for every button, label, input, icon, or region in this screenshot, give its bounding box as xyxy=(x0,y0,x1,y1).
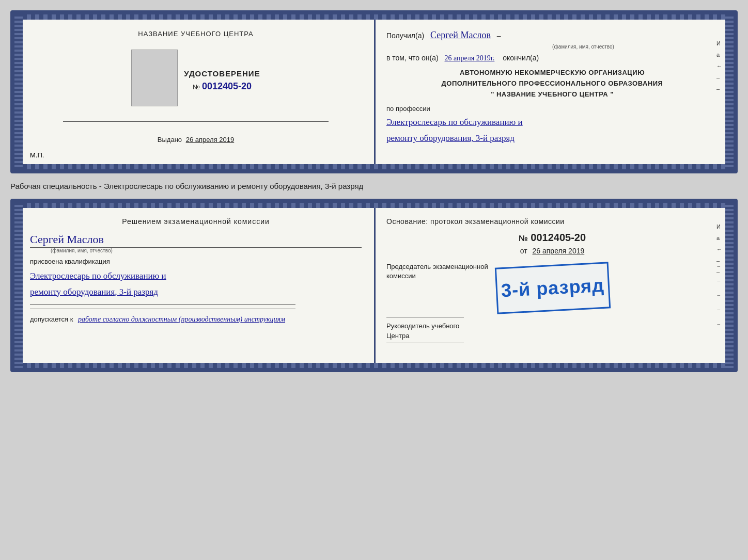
dash-mark-4: – xyxy=(718,306,721,312)
ot-date-line: от 26 апреля 2019 xyxy=(386,247,718,255)
rukovoditel-line2: Центра xyxy=(386,331,718,341)
ot-date: 26 апреля 2019 xyxy=(533,247,585,255)
finished-label: окончил(а) xyxy=(503,54,539,62)
side-letter-1: И xyxy=(716,40,722,46)
protocol-num: 0012405-20 xyxy=(531,232,586,243)
profession-line1: Электрослесарь по обслуживанию и xyxy=(386,115,718,131)
school-name-top: НАЗВАНИЕ УЧЕБНОГО ЦЕНТРА xyxy=(138,30,253,38)
rukovoditel-block: Руководитель учебного Центра xyxy=(386,322,718,343)
dash: – xyxy=(497,31,501,40)
photo-placeholder xyxy=(131,50,178,106)
org-block: АВТОНОМНУЮ НЕКОММЕРЧЕСКУЮ ОРГАНИЗАЦИЮ ДО… xyxy=(386,68,718,100)
resheniem-title: Решением экзаменационной комиссии xyxy=(30,217,362,226)
cert-left-panel: НАЗВАНИЕ УЧЕБНОГО ЦЕНТРА УДОСТОВЕРЕНИЕ №… xyxy=(14,14,372,169)
bottom-profession-line2: ремонту оборудования, 3-й разряд xyxy=(30,284,362,300)
dash-mark-2: – xyxy=(718,277,721,283)
issued-line: Выдано 26 апреля 2019 xyxy=(158,136,234,143)
dash-mark-5: – xyxy=(718,321,721,327)
received-prefix: Получил(а) xyxy=(386,31,424,40)
udost-title: УДОСТОВЕРЕНИЕ xyxy=(184,69,260,78)
bottom-right-panel: И а ← – – Основание: протокол экзаменаци… xyxy=(372,203,734,368)
rukovoditel-line1: Руководитель учебного xyxy=(386,322,718,331)
issued-date: 26 апреля 2019 xyxy=(186,136,235,143)
protocol-number: № 0012405-20 xyxy=(386,232,718,244)
mp-line: М.П. xyxy=(30,151,44,159)
osnovaniye-line: Основание: протокол экзаменационной коми… xyxy=(386,217,718,226)
side-letter-b2: а xyxy=(716,235,722,241)
recipient-name: Сергей Маслов xyxy=(430,30,491,40)
dopuskaetsya-line: допускается к работе согласно должностны… xyxy=(30,315,362,324)
profession-line2: ремонту оборудования, 3-й разряд xyxy=(386,131,718,147)
dopuskaetsya-prefix: допускается к xyxy=(30,315,73,323)
bottom-name: Сергей Маслов xyxy=(30,233,362,248)
top-certificate-card: НАЗВАНИЕ УЧЕБНОГО ЦЕНТРА УДОСТОВЕРЕНИЕ №… xyxy=(10,10,738,173)
side-letter-5: – xyxy=(716,86,722,92)
org-line1: АВТОНОМНУЮ НЕКОММЕРЧЕСКУЮ ОРГАНИЗАЦИЮ xyxy=(386,68,718,78)
dopusk-text: работе согласно должностным (производств… xyxy=(78,315,285,323)
side-letter-3: ← xyxy=(716,63,722,69)
org-line2: ДОПОЛНИТЕЛЬНОГО ПРОФЕССИОНАЛЬНОГО ОБРАЗО… xyxy=(386,78,718,89)
fio-label-bottom: (фамилия, имя, отчество) xyxy=(51,248,362,253)
side-letter-b1: И xyxy=(716,223,722,230)
prisvoena-line: присвоена квалификация xyxy=(30,258,362,265)
po-professii: по профессии xyxy=(386,105,718,113)
vtom-prefix: в том, что он(а) xyxy=(386,54,439,62)
protocol-prefix: № xyxy=(519,234,528,243)
side-letter-4: – xyxy=(716,74,722,81)
stamp-text: 3-й разряд xyxy=(501,275,605,301)
bottom-certificate-card: Решением экзаменационной комиссии Сергей… xyxy=(10,199,738,372)
rukovoditel-signature-line xyxy=(386,343,464,343)
side-letter-2: а xyxy=(716,52,722,58)
udost-number: 0012405-20 xyxy=(202,81,252,92)
vtom-line: в том, что он(а) 26 апреля 2019г. окончи… xyxy=(386,54,718,62)
cert-right-panel: И а ← – – Получил(а) Сергей Маслов – (фа… xyxy=(372,14,734,169)
issued-label: Выдано xyxy=(158,136,182,143)
side-letter-b4: – xyxy=(716,258,722,264)
ot-prefix: от xyxy=(520,247,527,255)
dash-mark-3: – xyxy=(718,292,721,298)
side-letter-b5: – xyxy=(716,269,722,275)
fio-label-top: (фамилия, имя, отчество) xyxy=(448,44,718,50)
bottom-profession-line1: Электрослесарь по обслуживанию и xyxy=(30,268,362,284)
vtom-date: 26 апреля 2019г. xyxy=(445,54,495,62)
chairman-signature-line xyxy=(386,317,464,317)
bottom-left-panel: Решением экзаменационной комиссии Сергей… xyxy=(14,203,372,368)
side-letter-b3: ← xyxy=(716,246,722,252)
received-line: Получил(а) Сергей Маслов – xyxy=(386,30,718,41)
between-label: Рабочая специальность - Электрослесарь п… xyxy=(10,180,738,193)
page-container: НАЗВАНИЕ УЧЕБНОГО ЦЕНТРА УДОСТОВЕРЕНИЕ №… xyxy=(10,10,738,372)
number-prefix: № xyxy=(193,83,200,91)
stamp: 3-й разряд xyxy=(495,262,611,314)
org-line3: " НАЗВАНИЕ УЧЕБНОГО ЦЕНТРА " xyxy=(386,89,718,100)
